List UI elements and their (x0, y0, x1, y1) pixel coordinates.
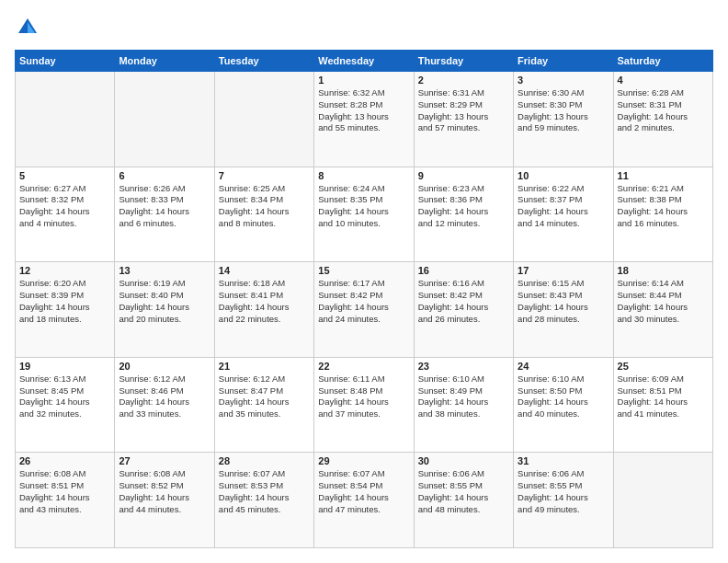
calendar-cell: 1Sunrise: 6:32 AM Sunset: 8:28 PM Daylig… (314, 72, 414, 167)
calendar-cell (214, 72, 313, 167)
calendar-cell: 14Sunrise: 6:18 AM Sunset: 8:41 PM Dayli… (214, 262, 313, 358)
day-number: 29 (318, 455, 409, 466)
calendar-week-row: 26Sunrise: 6:08 AM Sunset: 8:51 PM Dayli… (16, 453, 713, 548)
day-number: 24 (518, 361, 609, 372)
calendar-cell: 27Sunrise: 6:08 AM Sunset: 8:52 PM Dayli… (115, 453, 214, 548)
calendar-cell: 25Sunrise: 6:09 AM Sunset: 8:51 PM Dayli… (613, 357, 712, 453)
day-number: 28 (219, 455, 310, 466)
day-number: 5 (19, 170, 110, 181)
calendar-cell: 24Sunrise: 6:10 AM Sunset: 8:50 PM Dayli… (514, 357, 613, 453)
day-number: 30 (418, 455, 509, 466)
calendar-cell (115, 72, 214, 167)
day-number: 7 (219, 170, 310, 181)
day-info: Sunrise: 6:30 AM Sunset: 8:30 PM Dayligh… (518, 87, 609, 134)
day-info: Sunrise: 6:16 AM Sunset: 8:42 PM Dayligh… (418, 278, 509, 325)
calendar-week-row: 19Sunrise: 6:13 AM Sunset: 8:45 PM Dayli… (16, 357, 713, 453)
day-number: 21 (219, 361, 310, 372)
calendar-cell: 23Sunrise: 6:10 AM Sunset: 8:49 PM Dayli… (414, 357, 513, 453)
calendar-cell: 15Sunrise: 6:17 AM Sunset: 8:42 PM Dayli… (314, 262, 414, 358)
day-info: Sunrise: 6:28 AM Sunset: 8:31 PM Dayligh… (618, 87, 709, 134)
day-number: 23 (418, 361, 509, 372)
day-info: Sunrise: 6:10 AM Sunset: 8:49 PM Dayligh… (418, 373, 509, 420)
day-number: 14 (219, 265, 310, 276)
day-info: Sunrise: 6:24 AM Sunset: 8:35 PM Dayligh… (318, 183, 409, 230)
day-number: 19 (19, 361, 110, 372)
weekday-sunday: Sunday (16, 51, 115, 72)
day-number: 15 (318, 265, 409, 276)
calendar-cell: 21Sunrise: 6:12 AM Sunset: 8:47 PM Dayli… (214, 357, 313, 453)
calendar-cell: 18Sunrise: 6:14 AM Sunset: 8:44 PM Dayli… (613, 262, 712, 358)
day-info: Sunrise: 6:22 AM Sunset: 8:37 PM Dayligh… (518, 183, 609, 230)
day-info: Sunrise: 6:23 AM Sunset: 8:36 PM Dayligh… (418, 183, 509, 230)
calendar-cell: 29Sunrise: 6:07 AM Sunset: 8:54 PM Dayli… (314, 453, 414, 548)
header (15, 15, 713, 40)
calendar-cell: 19Sunrise: 6:13 AM Sunset: 8:45 PM Dayli… (16, 357, 115, 453)
weekday-saturday: Saturday (613, 51, 712, 72)
calendar-cell: 7Sunrise: 6:25 AM Sunset: 8:34 PM Daylig… (214, 167, 313, 262)
day-number: 4 (618, 75, 709, 86)
day-number: 1 (318, 75, 409, 86)
day-number: 16 (418, 265, 509, 276)
calendar-cell: 10Sunrise: 6:22 AM Sunset: 8:37 PM Dayli… (514, 167, 613, 262)
calendar-cell: 20Sunrise: 6:12 AM Sunset: 8:46 PM Dayli… (115, 357, 214, 453)
day-info: Sunrise: 6:07 AM Sunset: 8:53 PM Dayligh… (219, 468, 310, 515)
day-number: 12 (19, 265, 110, 276)
calendar-table: SundayMondayTuesdayWednesdayThursdayFrid… (15, 50, 713, 548)
day-info: Sunrise: 6:19 AM Sunset: 8:40 PM Dayligh… (119, 278, 210, 325)
day-info: Sunrise: 6:27 AM Sunset: 8:32 PM Dayligh… (19, 183, 110, 230)
calendar-cell (16, 72, 115, 167)
day-info: Sunrise: 6:20 AM Sunset: 8:39 PM Dayligh… (19, 278, 110, 325)
day-number: 22 (318, 361, 409, 372)
logo (15, 15, 44, 40)
day-info: Sunrise: 6:11 AM Sunset: 8:48 PM Dayligh… (318, 373, 409, 420)
day-info: Sunrise: 6:15 AM Sunset: 8:43 PM Dayligh… (518, 278, 609, 325)
weekday-tuesday: Tuesday (214, 51, 313, 72)
day-number: 3 (518, 75, 609, 86)
calendar-cell: 16Sunrise: 6:16 AM Sunset: 8:42 PM Dayli… (414, 262, 513, 358)
calendar-cell: 13Sunrise: 6:19 AM Sunset: 8:40 PM Dayli… (115, 262, 214, 358)
day-number: 9 (418, 170, 509, 181)
weekday-header-row: SundayMondayTuesdayWednesdayThursdayFrid… (16, 51, 713, 72)
day-number: 11 (618, 170, 709, 181)
day-info: Sunrise: 6:08 AM Sunset: 8:51 PM Dayligh… (19, 468, 110, 515)
day-info: Sunrise: 6:31 AM Sunset: 8:29 PM Dayligh… (418, 87, 509, 134)
day-info: Sunrise: 6:25 AM Sunset: 8:34 PM Dayligh… (219, 183, 310, 230)
calendar-cell: 30Sunrise: 6:06 AM Sunset: 8:55 PM Dayli… (414, 453, 513, 548)
calendar-cell: 5Sunrise: 6:27 AM Sunset: 8:32 PM Daylig… (16, 167, 115, 262)
calendar-week-row: 1Sunrise: 6:32 AM Sunset: 8:28 PM Daylig… (16, 72, 713, 167)
calendar-cell: 8Sunrise: 6:24 AM Sunset: 8:35 PM Daylig… (314, 167, 414, 262)
weekday-monday: Monday (115, 51, 214, 72)
day-number: 8 (318, 170, 409, 181)
calendar-cell: 17Sunrise: 6:15 AM Sunset: 8:43 PM Dayli… (514, 262, 613, 358)
day-info: Sunrise: 6:13 AM Sunset: 8:45 PM Dayligh… (19, 373, 110, 420)
calendar-cell: 4Sunrise: 6:28 AM Sunset: 8:31 PM Daylig… (613, 72, 712, 167)
day-number: 18 (618, 265, 709, 276)
calendar-week-row: 12Sunrise: 6:20 AM Sunset: 8:39 PM Dayli… (16, 262, 713, 358)
day-info: Sunrise: 6:06 AM Sunset: 8:55 PM Dayligh… (418, 468, 509, 515)
calendar-body: 1Sunrise: 6:32 AM Sunset: 8:28 PM Daylig… (16, 72, 713, 548)
logo-icon (15, 15, 40, 40)
day-number: 17 (518, 265, 609, 276)
day-number: 6 (119, 170, 210, 181)
day-info: Sunrise: 6:32 AM Sunset: 8:28 PM Dayligh… (318, 87, 409, 134)
day-info: Sunrise: 6:08 AM Sunset: 8:52 PM Dayligh… (119, 468, 210, 515)
day-number: 20 (119, 361, 210, 372)
calendar-cell (613, 453, 712, 548)
calendar-cell: 11Sunrise: 6:21 AM Sunset: 8:38 PM Dayli… (613, 167, 712, 262)
day-info: Sunrise: 6:06 AM Sunset: 8:55 PM Dayligh… (518, 468, 609, 515)
calendar-cell: 2Sunrise: 6:31 AM Sunset: 8:29 PM Daylig… (414, 72, 513, 167)
day-number: 10 (518, 170, 609, 181)
day-info: Sunrise: 6:07 AM Sunset: 8:54 PM Dayligh… (318, 468, 409, 515)
calendar-week-row: 5Sunrise: 6:27 AM Sunset: 8:32 PM Daylig… (16, 167, 713, 262)
day-number: 27 (119, 455, 210, 466)
day-number: 25 (618, 361, 709, 372)
calendar-cell: 12Sunrise: 6:20 AM Sunset: 8:39 PM Dayli… (16, 262, 115, 358)
calendar-cell: 6Sunrise: 6:26 AM Sunset: 8:33 PM Daylig… (115, 167, 214, 262)
day-info: Sunrise: 6:26 AM Sunset: 8:33 PM Dayligh… (119, 183, 210, 230)
day-info: Sunrise: 6:10 AM Sunset: 8:50 PM Dayligh… (518, 373, 609, 420)
calendar-cell: 9Sunrise: 6:23 AM Sunset: 8:36 PM Daylig… (414, 167, 513, 262)
weekday-wednesday: Wednesday (314, 51, 414, 72)
weekday-thursday: Thursday (414, 51, 513, 72)
calendar-header: SundayMondayTuesdayWednesdayThursdayFrid… (16, 51, 713, 72)
day-number: 31 (518, 455, 609, 466)
